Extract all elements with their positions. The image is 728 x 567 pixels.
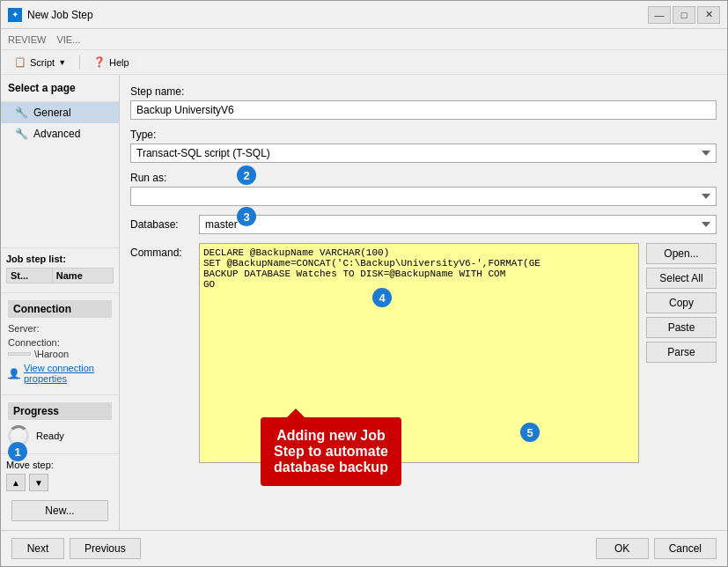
copy-button[interactable]: Copy (646, 292, 717, 313)
badge-4: 4 (372, 288, 392, 307)
badge-3: 3 (237, 207, 256, 226)
job-step-list-label: Job step list: (6, 254, 114, 264)
nav-advanced[interactable]: 🔧 Advanced (1, 123, 119, 144)
window-title: New Job Step (27, 9, 643, 21)
step-name-input[interactable] (130, 100, 717, 120)
progress-status: Ready (36, 431, 64, 441)
command-section: Command: DECLARE @BackupName VARCHAR(100… (130, 243, 717, 463)
command-label: Command: (130, 243, 192, 463)
toolbar-separator (79, 55, 80, 70)
view-connection-link[interactable]: 👤 View connection properties (8, 363, 112, 384)
type-select[interactable]: Transact-SQL script (T-SQL) PowerShell C… (130, 144, 717, 163)
script-label: Script (30, 57, 55, 68)
select-page-header: Select a page (1, 75, 119, 102)
connection-prop-icon: 👤 (8, 368, 20, 379)
toolbar: 📋 Script ▼ ❓ Help (1, 50, 727, 75)
badge-2: 2 (237, 166, 256, 185)
content-area: 1 2 3 4 5 6 Select a page 🔧 General 🔧 Ad… (1, 75, 727, 530)
advanced-icon: 🔧 (15, 128, 28, 140)
main-panel: Step name: Type: Transact-SQL script (T-… (120, 75, 727, 530)
database-row: Database: master model msdb tempdb (130, 215, 717, 234)
connection-server-box (8, 352, 31, 356)
parse-button[interactable]: Parse (646, 342, 717, 363)
nav-general[interactable]: 🔧 General (1, 102, 119, 123)
job-step-list-section: Job step list: St... Name (1, 247, 119, 289)
connection-row: Connection: \Haroon (8, 337, 112, 359)
badge-5: 5 (520, 423, 540, 442)
move-up-button[interactable]: ▲ (6, 474, 26, 491)
open-button[interactable]: Open... (646, 243, 717, 264)
move-buttons: ▲ ▼ (6, 474, 114, 491)
help-label: Help (109, 57, 129, 68)
command-buttons: Open... Select All Copy Paste Parse (646, 243, 717, 463)
badge-1: 1 (8, 442, 27, 461)
paste-button[interactable]: Paste (646, 317, 717, 338)
job-step-table: St... Name (6, 268, 114, 284)
menu-bar: REVIEW VIE... (1, 29, 727, 50)
new-large-button[interactable]: New... (11, 500, 108, 521)
view-connection-label: View connection properties (24, 363, 112, 384)
select-all-button[interactable]: Select All (646, 268, 717, 289)
run-as-select[interactable] (130, 187, 717, 206)
tooltip-text: Adding new Job Step to automate database… (274, 428, 388, 475)
script-dropdown-arrow: ▼ (58, 58, 66, 67)
move-down-button[interactable]: ▼ (29, 474, 48, 491)
menu-view[interactable]: VIE... (56, 34, 80, 45)
run-as-label: Run as: (130, 172, 717, 184)
sidebar: Select a page 🔧 General 🔧 Advanced Job s… (1, 75, 120, 530)
move-step-section: Move step: ▲ ▼ New... (1, 453, 119, 530)
new-job-step-window: ✦ New Job Step — □ ✕ REVIEW VIE... 📋 Scr… (0, 0, 728, 567)
close-button[interactable]: ✕ (697, 6, 720, 24)
step-name-group: Step name: (130, 85, 717, 120)
titlebar: ✦ New Job Step — □ ✕ (1, 1, 727, 29)
bottom-bar: Next Previous OK Cancel (1, 530, 727, 566)
col-st: St... (7, 269, 53, 284)
col-name: Name (52, 269, 113, 284)
connection-section: Connection Server: Connection: \Haroon 👤 (1, 292, 119, 394)
cancel-button[interactable]: Cancel (654, 538, 717, 559)
database-select[interactable]: master model msdb tempdb (199, 215, 717, 234)
move-step-label: Move step: (6, 460, 114, 470)
window-controls: — □ ✕ (648, 6, 720, 24)
server-row: Server: (8, 323, 112, 334)
type-label: Type: (130, 129, 717, 141)
nav-general-label: General (33, 107, 71, 119)
minimize-button[interactable]: — (648, 6, 671, 24)
window-icon: ✦ (8, 8, 22, 22)
ok-button[interactable]: OK (596, 538, 649, 559)
view-connection-row: 👤 View connection properties (8, 363, 112, 384)
menu-review[interactable]: REVIEW (8, 34, 46, 45)
tooltip-box: Adding new Job Step to automate database… (261, 417, 401, 486)
previous-button[interactable]: Previous (70, 538, 141, 559)
connection-label: Connection: (8, 337, 112, 348)
run-as-group: Run as: (130, 172, 717, 206)
nav-advanced-label: Advanced (33, 128, 80, 140)
script-button[interactable]: 📋 Script ▼ (8, 54, 72, 70)
general-icon: 🔧 (15, 107, 28, 119)
type-group: Type: Transact-SQL script (T-SQL) PowerS… (130, 129, 717, 163)
help-icon: ❓ (93, 56, 106, 68)
maximize-button[interactable]: □ (673, 6, 695, 24)
database-label: Database: (130, 218, 192, 231)
server-label: Server: (8, 323, 112, 334)
connection-value: \Haroon (8, 349, 112, 359)
connection-header: Connection (8, 300, 112, 318)
help-button[interactable]: ❓ Help (87, 54, 136, 70)
next-button[interactable]: Next (11, 538, 64, 559)
step-name-label: Step name: (130, 85, 717, 98)
progress-header: Progress (8, 402, 112, 420)
connection-haroon: \Haroon (34, 349, 69, 359)
script-icon: 📋 (14, 56, 26, 68)
